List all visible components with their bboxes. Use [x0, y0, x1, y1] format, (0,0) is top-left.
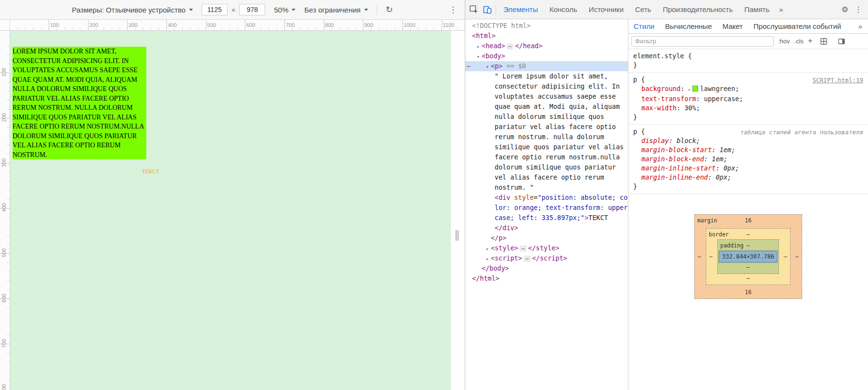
style-property[interactable]: margin-block-start: 1em; — [633, 145, 863, 155]
border-top-value: – — [706, 230, 790, 239]
sidebar-toggle-icon[interactable] — [835, 35, 848, 48]
viewport-size-group: × — [202, 4, 266, 15]
devtools-panel: ЭлементыКонсольИсточникиСетьПроизводител… — [465, 0, 868, 390]
inspect-element-icon[interactable] — [467, 3, 481, 16]
style-property[interactable]: margin-inline-start: 0px; — [633, 164, 863, 173]
elements-tree: <!DOCTYPE html><html>▸<head>⋯</head>▾<bo… — [465, 19, 628, 390]
ruler-mark: 600 — [1, 291, 7, 305]
rule-closing-brace: } — [633, 113, 863, 122]
style-property[interactable]: text-transform: uppercase; — [633, 94, 863, 104]
device-type-dropdown[interactable]: Размеры: Отзывчивое устройство — [72, 6, 192, 14]
devtools-resizer-handle[interactable] — [456, 230, 459, 241]
devtools-tab[interactable]: Элементы — [498, 0, 544, 19]
style-property[interactable]: margin-inline-end: 0px; — [633, 173, 863, 182]
style-property[interactable]: max-width: 30%; — [633, 104, 863, 113]
ruler-mark: 700 — [286, 22, 294, 28]
dom-tree-row[interactable]: similique quos pariatur vel alias — [465, 142, 628, 152]
margin-right-value: – — [795, 252, 799, 261]
vertical-ruler: 100200300400500600700800 — [0, 31, 10, 390]
box-model-content-size: 332.844×307.786 — [719, 251, 778, 263]
dom-tree-row[interactable]: </p> — [465, 233, 628, 243]
margin-top-value: 16 — [695, 216, 802, 225]
dom-tree-row[interactable]: <!DOCTYPE html> — [465, 21, 628, 31]
styles-subtab[interactable]: Вычисленные — [660, 22, 717, 30]
ruler-mark: 1100 — [443, 22, 455, 28]
dom-tree-row[interactable]: ⋯▾<p> == $0 — [465, 61, 628, 71]
class-toggle[interactable]: .cls — [794, 38, 804, 45]
expander-icon[interactable]: ▸ — [475, 41, 482, 52]
dom-tree-row[interactable]: ▸<style>⋯</style> — [465, 243, 628, 253]
tabbar-divider — [496, 5, 496, 14]
more-subtabs-icon[interactable]: » — [853, 22, 868, 30]
dom-tree-row[interactable]: </body> — [465, 263, 628, 273]
dom-tree-row[interactable]: nostrum. " — [465, 182, 628, 193]
dom-tree-row[interactable]: </div> — [465, 223, 628, 233]
dom-tree-row[interactable]: dolorum similique quos pariatur — [465, 162, 628, 172]
dimensions-separator: × — [231, 6, 236, 14]
pseudo-state-toggle[interactable]: :hov — [778, 38, 790, 45]
dom-tree-row[interactable]: lor: orange; text-transform: upper — [465, 203, 628, 213]
dom-tree-row[interactable]: rerum nostrum. nulla dolorum — [465, 132, 628, 142]
dom-tree-row[interactable]: consectetur adipisicing elit. In — [465, 81, 628, 91]
style-property[interactable]: background: ▸lawngreen; — [633, 84, 863, 94]
row-menu-icon[interactable]: ⋯ — [467, 61, 471, 71]
devtools-menu-icon[interactable]: ⋮ — [852, 3, 865, 16]
viewport-width-input[interactable] — [202, 4, 228, 15]
styles-filter-row: :hov .cls + — [628, 34, 868, 49]
device-toolbar-toggle-icon[interactable] — [481, 3, 494, 16]
dom-tree-row[interactable]: ▸<head>⋯</head> — [465, 41, 628, 51]
style-property[interactable]: margin-block-end: 1em; — [633, 155, 863, 164]
dom-tree-row[interactable]: <div style="position: absolute; co — [465, 193, 628, 203]
device-toolbar-menu-icon[interactable]: ⋮ — [449, 5, 457, 15]
devtools-tab[interactable]: Память — [739, 0, 775, 19]
subtab-list: СтилиВычисленныеМакетПрослушиватели собы… — [628, 22, 846, 30]
shorthand-expander-icon[interactable]: ▸ — [689, 87, 691, 92]
stylesheet-link[interactable]: SCRIPT.html:19 — [813, 76, 863, 85]
expander-icon[interactable]: ▾ — [484, 62, 491, 72]
styles-subtab[interactable]: Стили — [628, 22, 660, 30]
expander-icon[interactable]: ▸ — [484, 254, 491, 264]
style-rule: p {SCRIPT.html:19background: ▸lawngreen;… — [628, 73, 868, 125]
style-property[interactable]: display: block; — [633, 136, 863, 145]
dom-tree-row[interactable]: voluptates accusamus saepe esse — [465, 91, 628, 102]
dom-tree-row[interactable]: ▾<body> — [465, 51, 628, 61]
viewport-height-input[interactable] — [239, 4, 265, 15]
toolbar-divider — [377, 5, 377, 14]
devtools-tab[interactable]: Консоль — [544, 0, 583, 19]
page-paragraph: Lorem ipsum dolor sit amet, consectetur … — [13, 47, 146, 159]
rotate-viewport-icon[interactable]: ↻ — [386, 5, 393, 14]
settings-icon[interactable]: ⚙ — [838, 3, 852, 16]
styles-subtab[interactable]: Прослушиватели событий — [748, 22, 846, 30]
zoom-dropdown[interactable]: 50% — [274, 6, 295, 14]
dom-tree-row[interactable]: facere optio rerum nostrum.nulla — [465, 152, 628, 162]
throttling-dropdown[interactable]: Без ограничения — [304, 6, 368, 14]
page-absolute-text: ТЕКСТ — [142, 169, 159, 174]
dom-tree-row[interactable]: <html> — [465, 31, 628, 41]
devtools-tab[interactable]: Производительность — [657, 0, 739, 19]
dom-tree-row[interactable]: vel alias facere optio rerum — [465, 172, 628, 182]
devtools-tab[interactable]: Источники — [583, 0, 629, 19]
dom-tree-row[interactable]: " Lorem ipsum dolor sit amet, — [465, 71, 628, 81]
computed-panel-icon[interactable] — [817, 35, 830, 48]
color-swatch[interactable] — [692, 86, 698, 91]
devtools-tab[interactable]: Сеть — [629, 0, 657, 19]
ruler-mark: 400 — [1, 200, 7, 215]
style-selector[interactable]: element.style { — [633, 52, 863, 61]
chevron-down-icon — [189, 9, 193, 11]
styles-filter-input[interactable] — [631, 36, 774, 47]
dom-tree-row[interactable]: quae quam at. Modi quia, aliquam — [465, 102, 628, 112]
expander-icon[interactable]: ▾ — [475, 52, 482, 62]
padding-bottom-value: – — [718, 263, 779, 272]
dom-tree-row[interactable]: case; left: 335.897px;">ТЕКСТ — [465, 213, 628, 223]
styles-panel: СтилиВычисленныеМакетПрослушиватели собы… — [628, 19, 868, 390]
throttling-value: Без ограничения — [304, 6, 360, 14]
more-tabs-icon[interactable]: » — [775, 5, 787, 13]
dom-tree-row[interactable]: </html> — [465, 273, 628, 284]
box-model-padding: padding – – – – 332.844×307.786 — [717, 239, 779, 274]
dom-tree-row[interactable]: ▸<script>⋯</script> — [465, 253, 628, 263]
styles-subtab[interactable]: Макет — [717, 22, 748, 30]
expander-icon[interactable]: ▸ — [484, 244, 491, 254]
dom-tree-row[interactable]: nulla dolorum similique quos — [465, 112, 628, 122]
new-style-rule-icon[interactable]: + — [808, 36, 813, 46]
dom-tree-row[interactable]: pariatur vel alias facere optio — [465, 122, 628, 132]
